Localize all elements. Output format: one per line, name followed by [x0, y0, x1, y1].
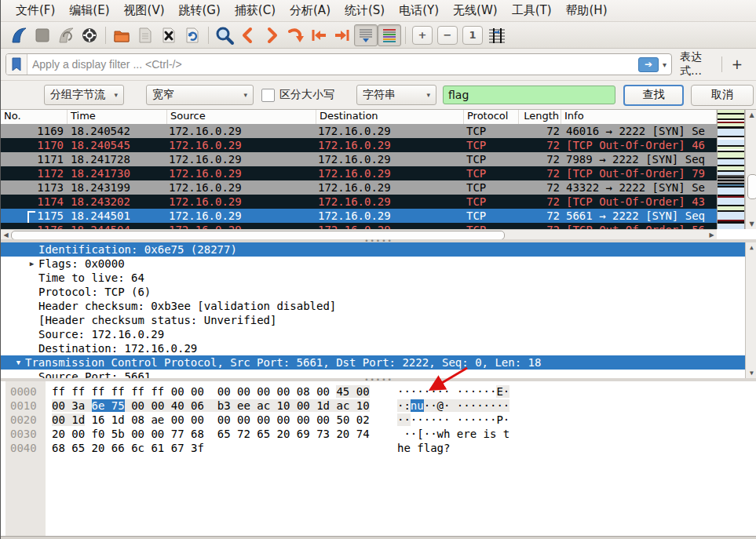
open-file-button[interactable] — [110, 24, 133, 46]
stop-capture-button[interactable] — [31, 24, 54, 46]
detail-line[interactable]: [Header checksum status: Unverified] — [1, 313, 756, 327]
menu-item[interactable]: 视图(V) — [117, 1, 172, 20]
reload-file-button[interactable] — [181, 24, 204, 46]
detail-line[interactable]: ▶Flags: 0x0000 — [1, 257, 756, 271]
ascii-bytes[interactable]: ·:nu··@· ········ — [397, 399, 509, 413]
next-packet-button[interactable] — [260, 24, 283, 46]
menu-item[interactable]: 跳转(G) — [172, 1, 228, 20]
add-filter-button[interactable]: + — [722, 56, 752, 72]
ascii-bytes[interactable]: ········ ······P· — [397, 413, 509, 427]
filter-bookmark-button[interactable] — [6, 54, 27, 75]
packet-row[interactable]: 116918.240542172.16.0.29172.16.0.29TCP72… — [1, 124, 717, 138]
scroll-left-icon[interactable]: ◀ — [1, 230, 11, 239]
menu-item[interactable]: 无线(W) — [446, 1, 505, 20]
detail-line[interactable]: Destination: 172.16.0.29 — [1, 341, 756, 355]
hex-row[interactable]: 004068 65 20 66 6c 61 67 3fhe flag? — [1, 441, 756, 455]
packet-list-vscrollbar[interactable]: ▲ ▼ — [745, 110, 756, 229]
packet-row[interactable]: 117518.244501172.16.0.29172.16.0.29TCP72… — [1, 209, 717, 223]
auto-scroll-button[interactable] — [354, 24, 378, 46]
packet-row[interactable]: 117218.241730172.16.0.29172.16.0.29TCP72… — [1, 166, 717, 180]
colorize-button[interactable] — [378, 24, 401, 46]
restart-capture-button[interactable] — [54, 24, 78, 46]
cell-src: 172.16.0.29 — [167, 223, 316, 229]
cancel-button[interactable]: 取消 — [691, 85, 754, 106]
expand-arrow-icon[interactable]: ▶ — [25, 257, 38, 271]
display-filter-input[interactable] — [27, 58, 638, 71]
detail-line[interactable]: Time to live: 64 — [1, 271, 756, 285]
ascii-bytes[interactable]: ··[··wh ere is t — [397, 427, 509, 441]
column-header[interactable]: Info — [561, 110, 717, 124]
display-filter-field[interactable]: ➔ ▾ — [5, 53, 672, 75]
detail-line[interactable]: Source: 172.16.0.29 — [1, 327, 756, 341]
search-type-dropdown[interactable]: 字符串 ▾ — [356, 85, 436, 105]
packet-row[interactable]: 117318.243199172.16.0.29172.16.0.29TCP72… — [1, 180, 717, 195]
menu-item[interactable]: 分析(A) — [283, 1, 338, 20]
hex-bytes[interactable]: ff ff ff ff ff ff 00 00 00 00 00 00 08 0… — [52, 384, 397, 399]
resize-columns-button[interactable] — [485, 24, 509, 46]
previous-packet-button[interactable] — [236, 24, 260, 46]
column-header[interactable]: Length — [519, 110, 561, 124]
packet-row[interactable]: 117018.240545172.16.0.29172.16.0.29TCP72… — [1, 138, 717, 152]
scroll-down-icon[interactable]: ▼ — [746, 368, 756, 378]
scroll-right-icon[interactable]: ▶ — [707, 230, 717, 239]
detail-line[interactable]: Header checksum: 0xb3ee [validation disa… — [1, 299, 756, 313]
detail-line[interactable]: Protocol: TCP (6) — [1, 285, 756, 299]
search-scope-dropdown[interactable]: 分组字节流 ▾ — [44, 85, 124, 105]
case-sensitive-checkbox[interactable] — [261, 89, 275, 102]
column-header[interactable]: Protocol — [464, 110, 519, 124]
menu-item[interactable]: 统计(S) — [338, 1, 392, 20]
zoom-in-button[interactable]: + — [412, 26, 433, 45]
hex-bytes[interactable]: 00 3a 6e 75 00 00 40 06 b3 ee ac 10 00 1… — [52, 399, 397, 413]
details-vscrollbar[interactable]: ▲ ▼ — [745, 242, 756, 378]
first-packet-button[interactable] — [307, 24, 331, 46]
packet-list-header[interactable]: No.TimeSourceDestinationProtocolLengthIn… — [1, 110, 717, 125]
hex-bytes[interactable]: 68 65 20 66 6c 61 67 3f — [52, 441, 397, 455]
hex-row[interactable]: 003020 00 f0 5b 00 00 77 68 65 72 65 20 … — [1, 427, 756, 441]
detail-line[interactable]: ▼Transmission Control Protocol, Src Port… — [1, 355, 756, 370]
expression-button[interactable]: 表达式… — [672, 50, 721, 78]
column-header[interactable]: No. — [1, 110, 68, 124]
apply-filter-button[interactable]: ➔ — [638, 57, 659, 72]
packet-row[interactable]: 117118.241728172.16.0.29172.16.0.29TCP72… — [1, 152, 717, 166]
charset-dropdown[interactable]: 宽窄 ▾ — [146, 85, 254, 105]
column-header[interactable]: Destination — [316, 110, 464, 124]
zoom-out-button[interactable]: − — [437, 26, 458, 45]
expand-arrow-icon[interactable]: ▼ — [12, 355, 25, 370]
packet-row[interactable]: 117418.243202172.16.0.29172.16.0.29TCP72… — [1, 195, 717, 209]
find-input[interactable] — [443, 86, 615, 104]
column-header[interactable]: Source — [167, 110, 316, 124]
scrollbar-thumb[interactable] — [11, 231, 505, 239]
detail-line[interactable]: Identification: 0x6e75 (28277) — [1, 242, 756, 257]
hex-bytes[interactable]: 20 00 f0 5b 00 00 77 68 65 72 65 20 69 7… — [52, 427, 397, 441]
close-file-button[interactable] — [157, 24, 181, 46]
zoom-original-button[interactable]: 1 — [462, 26, 483, 45]
ascii-bytes[interactable]: ········ ······E· — [397, 384, 509, 399]
menu-item[interactable]: 编辑(E) — [62, 1, 116, 20]
hex-row[interactable]: 002000 1d 16 1d 08 ae 00 00 00 00 00 00 … — [1, 413, 756, 427]
scroll-up-icon[interactable]: ▲ — [746, 242, 756, 253]
menu-item[interactable]: 文件(F) — [9, 1, 62, 20]
menu-item[interactable]: 捕获(C) — [228, 1, 283, 20]
column-header[interactable]: Time — [68, 110, 167, 124]
capture-options-button[interactable] — [78, 24, 101, 46]
intelligent-scrollbar-minimap[interactable] — [717, 110, 745, 229]
scroll-down-icon[interactable]: ▼ — [746, 219, 756, 229]
save-file-button[interactable] — [133, 24, 157, 46]
hex-row[interactable]: 0000ff ff ff ff ff ff 00 00 00 00 00 00 … — [1, 384, 756, 399]
find-packet-button[interactable] — [213, 24, 236, 46]
packet-row[interactable]: 117618.244504172.16.0.29172.16.0.29TCP72… — [1, 223, 717, 229]
filter-history-caret[interactable]: ▾ — [661, 60, 671, 69]
last-packet-button[interactable] — [331, 24, 354, 46]
hex-row[interactable]: 001000 3a 6e 75 00 00 40 06 b3 ee ac 10 … — [1, 399, 756, 413]
packet-list-hscrollbar[interactable]: ◀ ▶ — [1, 229, 717, 239]
menu-item[interactable]: 帮助(H) — [559, 1, 615, 20]
menu-item[interactable]: 工具(T) — [505, 1, 559, 20]
scroll-up-icon[interactable]: ▲ — [746, 110, 756, 120]
start-capture-button[interactable] — [7, 24, 31, 46]
menu-item[interactable]: 电话(Y) — [392, 1, 446, 20]
go-to-packet-button[interactable] — [283, 24, 307, 46]
find-button[interactable]: 查找 — [623, 85, 684, 106]
hex-bytes[interactable]: 00 1d 16 1d 08 ae 00 00 00 00 00 00 00 0… — [52, 413, 397, 427]
scrollbar-thumb[interactable] — [747, 174, 756, 199]
ascii-bytes[interactable]: he flag? — [397, 441, 450, 455]
